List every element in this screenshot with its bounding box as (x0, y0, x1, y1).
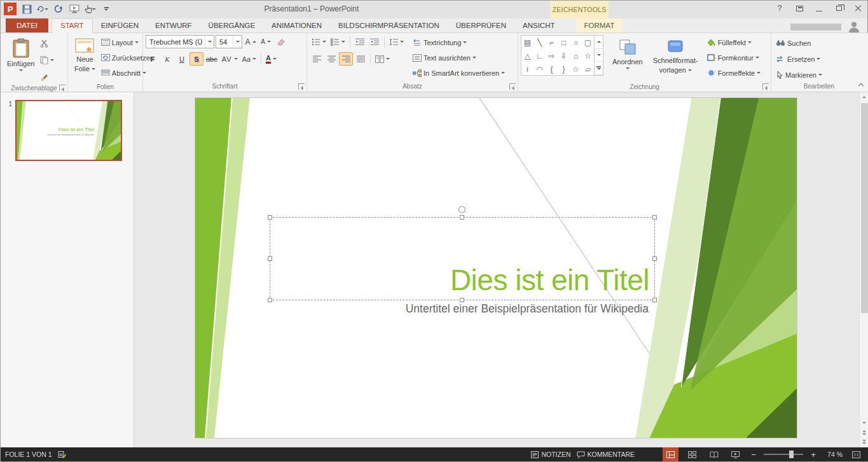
shape-right-angle-icon[interactable]: ∟ (536, 52, 544, 60)
replace-button[interactable]: Ersetzen (774, 52, 824, 66)
view-normal-button[interactable] (663, 447, 679, 461)
resize-handle-top-middle[interactable] (460, 215, 464, 220)
tab-review[interactable]: ÜBERPRÜFEN (448, 18, 514, 32)
shapes-more-button[interactable] (595, 62, 603, 75)
line-spacing-button[interactable] (387, 35, 406, 48)
quick-styles-button[interactable]: Schnellformat- vorlagen (649, 35, 702, 82)
restore-button[interactable] (834, 3, 844, 13)
comments-toggle[interactable]: KOMMENTARE (577, 451, 635, 458)
shape-brace-right-icon[interactable]: } (562, 65, 565, 74)
tab-design[interactable]: ENTWURF (147, 18, 200, 32)
tab-view[interactable]: ANSICHT (514, 18, 563, 32)
shape-parallelogram-icon[interactable]: ▱ (585, 65, 591, 74)
ribbon-display-options-button[interactable] (794, 3, 804, 13)
shape-freeform-icon[interactable]: ≀ (526, 65, 529, 74)
grow-font-button[interactable]: A (244, 35, 258, 48)
scroll-up-button[interactable] (860, 92, 868, 102)
columns-button[interactable] (373, 52, 392, 66)
close-button[interactable] (853, 3, 864, 13)
shape-elbow-icon[interactable]: ⌐ (549, 38, 554, 47)
shape-rectangle-icon[interactable]: □ (561, 38, 566, 47)
font-color-button[interactable]: A (264, 52, 279, 66)
copy-button[interactable] (38, 53, 56, 67)
new-slide-button[interactable]: Neue Folie (71, 35, 99, 82)
resize-handle-bottom-middle[interactable] (460, 298, 464, 302)
shape-textbox-icon[interactable]: ▤ (524, 38, 531, 47)
clipboard-dialog-launcher[interactable] (59, 85, 65, 91)
bold-button[interactable]: F (146, 52, 160, 66)
rotate-handle[interactable] (458, 206, 465, 213)
undo-button[interactable] (37, 3, 48, 15)
shape-oval-icon[interactable]: ○ (574, 38, 578, 47)
resize-handle-top-right[interactable] (652, 215, 657, 220)
shrink-font-button[interactable]: A (259, 35, 273, 48)
resize-handle-top-left[interactable] (268, 215, 272, 220)
shape-star-icon[interactable]: ☆ (584, 52, 591, 60)
title-placeholder-selection[interactable]: Dies ist ein Titel (270, 217, 655, 300)
zoom-slider[interactable] (764, 454, 803, 455)
shapes-scroll-up[interactable] (595, 36, 603, 49)
shapes-gallery[interactable]: ▤ ╲ ⌐ □ ○ ▢ △ ∟ ⇨ ⇩ ⌂ ☆ ≀ ◠ { (521, 35, 603, 76)
powerpoint-logo-icon[interactable]: P (4, 3, 17, 15)
increase-indent-button[interactable] (368, 35, 382, 48)
align-text-button[interactable]: Text ausrichten (411, 51, 507, 64)
user-name-redacted[interactable] (790, 24, 841, 31)
slide-subtitle-text[interactable]: Untertitel einer Beispielpräsentation fü… (406, 302, 649, 316)
shape-effects-button[interactable]: Formeffekte (705, 66, 763, 80)
resize-handle-middle-right[interactable] (652, 256, 657, 261)
tab-format[interactable]: FORMAT (576, 18, 623, 32)
scrollbar-thumb[interactable] (861, 103, 868, 313)
slide-canvas[interactable]: Dies ist ein Titel Untertitel einer Beis… (195, 97, 797, 438)
resize-handle-bottom-left[interactable] (268, 298, 272, 302)
resize-handle-middle-left[interactable] (268, 256, 272, 261)
shape-fill-button[interactable]: Fülleffekt (705, 36, 763, 49)
shape-outline-button[interactable]: Formkontur (705, 51, 763, 64)
shape-brace-left-icon[interactable]: { (550, 65, 553, 74)
bullets-button[interactable] (310, 35, 328, 48)
font-family-combo[interactable]: Trebuchet MS (Ü (146, 35, 214, 48)
underline-button[interactable]: U (175, 52, 189, 66)
zoom-in-button[interactable]: + (809, 450, 818, 459)
help-button[interactable]: ? (775, 3, 785, 13)
shape-triangle-icon[interactable]: △ (525, 52, 530, 60)
customize-qat-button[interactable] (100, 3, 112, 15)
tab-animations[interactable]: ANIMATIONEN (263, 18, 330, 32)
shape-arrow-down-icon[interactable]: ⇩ (560, 52, 567, 60)
cut-button[interactable] (38, 37, 56, 50)
minimize-button[interactable] (814, 3, 824, 13)
tab-file[interactable]: DATEI (6, 18, 48, 32)
scroll-down-button[interactable] (860, 418, 868, 428)
repeat-button[interactable] (53, 3, 64, 15)
select-button[interactable]: Markieren (774, 68, 824, 81)
font-size-combo[interactable]: 54 (216, 35, 242, 48)
numbering-button[interactable] (329, 35, 347, 48)
shapes-scroll-down[interactable] (595, 49, 603, 62)
paste-button[interactable]: Einfügen (3, 35, 38, 82)
start-slideshow-button[interactable] (69, 3, 80, 15)
next-slide-button[interactable] (860, 437, 868, 447)
slide-info[interactable]: FOLIE 1 VON 1 (5, 451, 52, 458)
font-dialog-launcher[interactable] (298, 83, 305, 90)
view-reading-button[interactable] (706, 447, 722, 461)
align-center-button[interactable] (324, 52, 338, 66)
convert-to-smartart-button[interactable]: In SmartArt konvertieren (411, 66, 507, 80)
shape-rounded-rectangle-icon[interactable]: ▢ (584, 38, 591, 47)
tab-insert[interactable]: EINFÜGEN (93, 18, 147, 32)
justify-button[interactable] (354, 52, 368, 66)
zoom-slider-thumb[interactable] (789, 451, 794, 458)
drawing-dialog-launcher[interactable] (762, 83, 769, 90)
change-case-button[interactable]: Aa (240, 52, 258, 66)
slide-thumbnail-1[interactable]: Dies ist ein Titel Untertitel einer Beis… (15, 100, 122, 161)
user-avatar-icon[interactable] (847, 20, 861, 33)
text-shadow-button[interactable]: S (189, 52, 203, 66)
shape-line-icon[interactable]: ╲ (537, 38, 542, 47)
zoom-percentage[interactable]: 74 % (823, 451, 843, 458)
clear-formatting-button[interactable] (274, 35, 288, 48)
character-spacing-button[interactable]: AV (220, 52, 240, 66)
decrease-indent-button[interactable] (353, 35, 367, 48)
view-slideshow-button[interactable] (727, 447, 743, 461)
align-right-button[interactable] (339, 52, 353, 66)
shape-star2-icon[interactable]: ☆ (572, 65, 579, 74)
vertical-scrollbar[interactable] (859, 92, 868, 449)
spell-check-indicator[interactable] (58, 451, 66, 458)
